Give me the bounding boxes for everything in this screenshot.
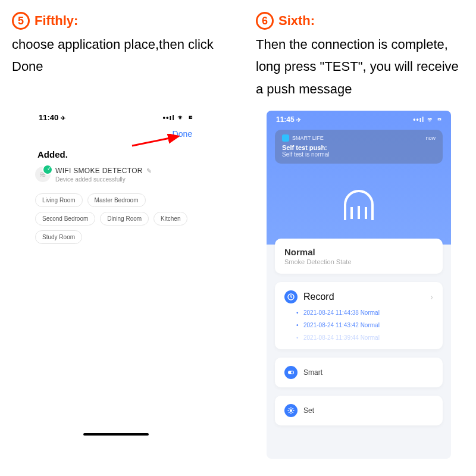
room-chip[interactable]: Kitchen bbox=[154, 212, 187, 226]
step6-instruction: Then the connection is complete, long pr… bbox=[256, 33, 464, 100]
device-hero-icon bbox=[339, 188, 378, 227]
edit-icon[interactable]: ✎ bbox=[146, 167, 152, 175]
home-indicator bbox=[83, 433, 149, 436]
status-bar: 11:45 ✈︎ ••ıl ᯤ ▭ bbox=[267, 111, 451, 124]
step6-number: 6 bbox=[256, 12, 274, 30]
record-card[interactable]: Record › 2021-08-24 11:44:38 Normal 2021… bbox=[275, 282, 443, 349]
device-name: WIFI SMOKE DETECTOR ✎ bbox=[55, 167, 198, 175]
app-icon bbox=[282, 134, 289, 142]
state-subtitle: Smoke Detection State bbox=[284, 258, 433, 265]
status-icons: ••ıl ᯤ ◧ bbox=[162, 113, 193, 122]
smart-label: Smart bbox=[303, 368, 322, 377]
status-time: 11:45 ✈︎ bbox=[276, 115, 301, 124]
step5-number: 5 bbox=[12, 12, 30, 30]
step5-label: Fifthly: bbox=[35, 13, 78, 29]
room-chip[interactable]: Second Bedroom bbox=[35, 212, 95, 226]
push-notification[interactable]: SMART LIFE now Self test push: Self test… bbox=[275, 130, 443, 164]
notif-body: Self test is normal bbox=[282, 151, 436, 158]
device-subtitle: Device added successfully bbox=[55, 176, 198, 183]
room-chip[interactable]: Dining Room bbox=[100, 212, 149, 226]
status-bar: 11:40 ✈︎ ••ıl ᯤ ◧ bbox=[27, 107, 205, 122]
step5-block: 5 Fifthly: choose application place,then… bbox=[12, 12, 226, 78]
room-chip[interactable]: Living Room bbox=[35, 193, 83, 207]
done-button[interactable]: Done bbox=[27, 122, 205, 141]
svg-line-14 bbox=[292, 408, 293, 409]
record-item: 2021-08-24 11:44:38 Normal bbox=[303, 309, 433, 316]
device-row: ≋✓ WIFI SMOKE DETECTOR ✎ Device added su… bbox=[27, 165, 205, 189]
phone-left: 11:40 ✈︎ ••ıl ᯤ ◧ Done Added. ≋✓ WIFI SM… bbox=[27, 107, 205, 440]
toggle-icon bbox=[284, 366, 298, 379]
room-chip[interactable]: Study Room bbox=[35, 230, 82, 244]
added-title: Added. bbox=[27, 141, 205, 165]
set-card[interactable]: Set bbox=[275, 396, 443, 425]
svg-point-7 bbox=[290, 409, 292, 412]
record-label: Record bbox=[303, 292, 334, 302]
svg-line-13 bbox=[292, 412, 293, 412]
state-title: Normal bbox=[284, 247, 433, 257]
set-label: Set bbox=[303, 406, 314, 415]
svg-line-12 bbox=[289, 408, 289, 409]
svg-point-6 bbox=[291, 371, 293, 374]
record-item: 2021-08-24 11:39:44 Normal bbox=[303, 334, 433, 341]
room-chip[interactable]: Master Bedroom bbox=[87, 193, 146, 207]
notif-title: Self test push: bbox=[282, 144, 436, 151]
device-icon: ≋✓ bbox=[35, 167, 51, 182]
state-card: Normal Smoke Detection State bbox=[275, 239, 443, 274]
step6-label: Sixth: bbox=[278, 13, 315, 29]
clock-icon bbox=[284, 290, 298, 303]
notif-app-name: SMART LIFE bbox=[292, 135, 324, 141]
status-icons: ••ıl ᯤ ▭ bbox=[413, 115, 441, 124]
step5-instruction: choose application place,then click Done bbox=[12, 33, 226, 78]
phone-right: 11:45 ✈︎ ••ıl ᯤ ▭ SMART LIFE now Self te… bbox=[267, 111, 451, 459]
step6-block: 6 Sixth: Then the connection is complete… bbox=[256, 12, 464, 100]
status-time: 11:40 ✈︎ bbox=[39, 113, 65, 122]
gear-icon bbox=[284, 404, 298, 417]
svg-line-15 bbox=[289, 412, 289, 412]
chevron-right-icon: › bbox=[430, 292, 433, 302]
record-item: 2021-08-24 11:43:42 Normal bbox=[303, 322, 433, 328]
notif-when: now bbox=[425, 135, 436, 141]
header-area: 11:45 ✈︎ ••ıl ᯤ ▭ SMART LIFE now Self te… bbox=[267, 111, 451, 245]
rooms-list: Living Room Master Bedroom Second Bedroo… bbox=[27, 189, 205, 244]
smart-card[interactable]: Smart bbox=[275, 358, 443, 387]
